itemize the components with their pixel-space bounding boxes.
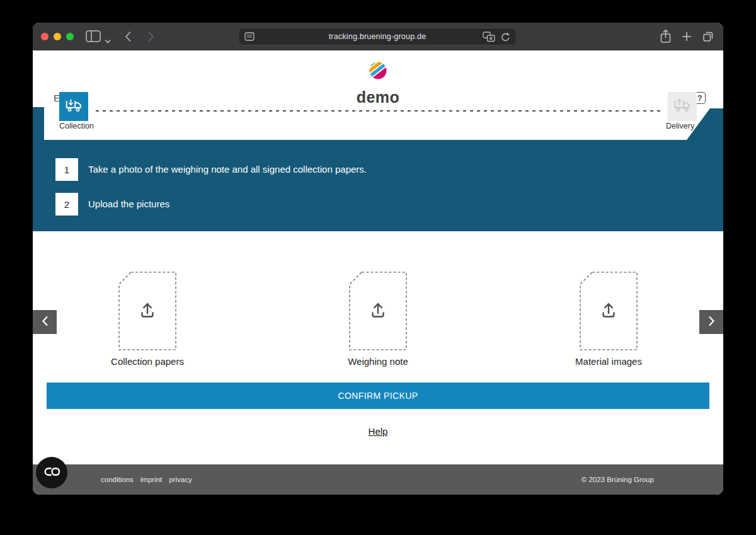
translate-icon[interactable] <box>483 32 495 45</box>
chevron-down-icon <box>105 35 111 46</box>
sidebar-toggle-button[interactable] <box>86 30 101 45</box>
chevron-left-icon <box>42 316 49 329</box>
page-content: EN <box>33 50 723 464</box>
progress-label-collection: Collection <box>59 122 94 130</box>
screenshot-stage: tracking.bruening-group.de <box>0 0 756 535</box>
confirm-pickup-button[interactable]: CONFIRM PICKUP <box>47 383 709 409</box>
progress-label-delivery: Delivery <box>666 122 694 130</box>
truck-arrow-down-icon <box>65 98 83 115</box>
window-controls <box>41 33 74 40</box>
footer-link-conditions[interactable]: conditions <box>101 476 134 483</box>
upload-dropzone-material-images[interactable] <box>580 272 638 350</box>
instruction-2-number: 2 <box>55 193 78 216</box>
upload-label: Material images <box>558 356 659 367</box>
zoom-window-button[interactable] <box>66 33 74 40</box>
upload-slot-collection-papers: Collection papers <box>97 272 198 367</box>
progress-step-collection <box>59 92 88 121</box>
share-icon[interactable] <box>660 29 672 46</box>
help-link-row: Help <box>33 426 723 437</box>
forward-button[interactable] <box>147 31 154 45</box>
chevron-right-icon <box>708 316 715 329</box>
upload-slot-weighing-note: Weighing note <box>328 272 428 367</box>
shipment-title: demo <box>33 88 723 106</box>
instruction-2-text: Upload the pictures <box>88 193 169 216</box>
url-text[interactable]: tracking.bruening-group.de <box>239 28 516 45</box>
minimize-window-button[interactable] <box>54 33 61 40</box>
browser-window: tracking.bruening-group.de <box>33 23 723 495</box>
instruction-1-number: 1 <box>55 158 78 181</box>
upload-icon <box>136 299 159 325</box>
toolbar-right-cluster <box>660 29 714 46</box>
upload-icon <box>597 299 620 325</box>
instruction-1-text: Take a photo of the weighing note and al… <box>88 158 367 181</box>
browser-toolbar: tracking.bruening-group.de <box>33 23 723 50</box>
progress-step-delivery <box>668 92 697 121</box>
upload-slot-material-images: Material images <box>558 272 659 367</box>
upload-label: Weighing note <box>328 356 428 367</box>
upload-icon <box>367 299 389 325</box>
carousel-previous-button[interactable] <box>33 310 57 334</box>
back-button[interactable] <box>125 31 132 45</box>
footer-link-imprint[interactable]: imprint <box>140 476 163 483</box>
footer-link-fab-button[interactable] <box>36 457 67 488</box>
tab-overview-icon[interactable] <box>702 30 714 45</box>
upload-dropzone-collection-papers[interactable] <box>118 272 176 350</box>
upload-label: Collection papers <box>97 356 198 367</box>
footer-link-privacy[interactable]: privacy <box>169 476 192 483</box>
link-icon <box>43 467 60 479</box>
brand-sphere-logo-icon <box>369 62 387 82</box>
chevron-right-icon <box>147 31 154 45</box>
close-window-button[interactable] <box>41 33 49 40</box>
help-link[interactable]: Help <box>369 426 388 437</box>
sidebar-menu-button[interactable] <box>105 35 111 46</box>
progress-dashed-line <box>96 110 663 112</box>
new-tab-icon[interactable] <box>681 31 692 45</box>
chevron-left-icon <box>125 31 132 45</box>
carousel-next-button[interactable] <box>699 310 723 334</box>
sidebar-icon <box>86 30 101 45</box>
truck-arrow-up-icon <box>673 98 691 115</box>
address-bar-tools <box>483 32 510 45</box>
footer-links: conditions imprint privacy <box>101 476 192 483</box>
footer-copyright: © 2023 Brüning Group <box>581 476 654 483</box>
upload-dropzone-weighing-note[interactable] <box>349 272 407 350</box>
reload-icon[interactable] <box>501 32 510 45</box>
address-bar[interactable]: tracking.bruening-group.de <box>238 28 517 45</box>
page-footer: conditions imprint privacy © 2023 Brünin… <box>33 464 723 495</box>
